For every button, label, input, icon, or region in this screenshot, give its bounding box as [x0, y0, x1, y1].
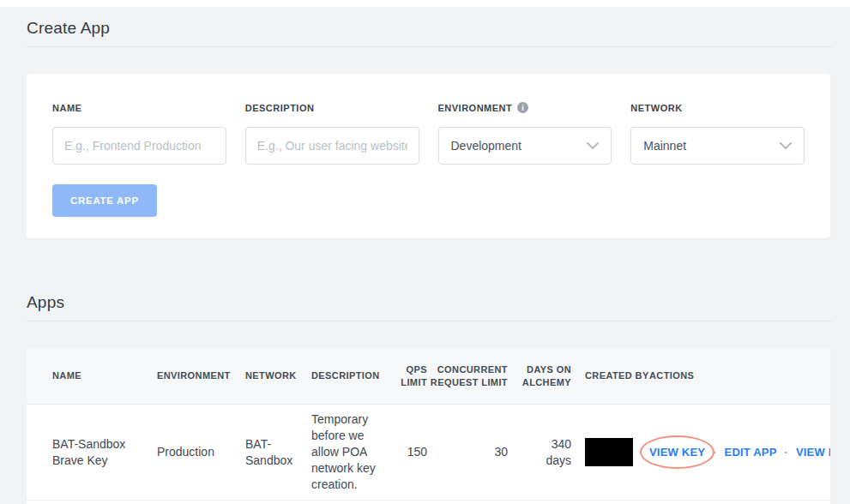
section-divider [27, 321, 832, 321]
view-details-link[interactable]: VIEW DETAILS [796, 446, 830, 459]
name-field-group: NAME [52, 102, 226, 165]
column-header-days-on-alchemy: DAYS ON ALCHEMY [508, 363, 571, 389]
environment-selected-value: Development [451, 139, 522, 153]
apps-table-header: NAME ENVIRONMENT NETWORK DESCRIPTION QPS… [27, 348, 830, 405]
app-name-cell: BAT-Sandbox Brave Key [52, 436, 157, 469]
column-header-network: NETWORK [245, 369, 311, 382]
environment-select[interactable]: Development [438, 127, 612, 165]
create-app-card: NAME DESCRIPTION ENVIRONMENT i Developme… [27, 74, 830, 238]
column-header-environment: ENVIRONMENT [157, 369, 245, 382]
created-by-redaction-box [585, 438, 633, 466]
name-input[interactable] [52, 127, 226, 165]
app-actions-cell: VIEW KEY · EDIT APP · VIEW DETAILS [649, 446, 830, 459]
app-environment-cell: Production [157, 444, 245, 460]
network-select[interactable]: Mainnet [630, 127, 805, 165]
create-app-button[interactable]: CREATE APP [52, 184, 157, 217]
app-created-by-cell [571, 438, 649, 466]
chevron-down-icon [780, 142, 792, 149]
create-app-form: NAME DESCRIPTION ENVIRONMENT i Developme… [52, 102, 805, 165]
app-days-on-alchemy-cell: 340 days [508, 436, 571, 469]
chevron-down-icon [587, 142, 599, 149]
section-divider [27, 46, 832, 47]
create-app-section-title: Create App [27, 19, 850, 38]
network-label: NETWORK [630, 102, 805, 113]
description-input[interactable] [245, 127, 419, 165]
name-label: NAME [52, 102, 226, 113]
column-header-created-by: CREATED BY [571, 369, 649, 382]
environment-label-row: ENVIRONMENT i [438, 102, 612, 113]
apps-section-title: Apps [27, 293, 850, 312]
app-description-cell: Temporary before we allow POA network ke… [311, 411, 393, 493]
column-header-actions: ACTIONS [649, 369, 830, 382]
app-concurrent-request-limit-cell: 30 [427, 444, 508, 460]
action-separator-dot: · [785, 446, 788, 459]
environment-field-group: ENVIRONMENT i Development [438, 102, 612, 165]
description-label: DESCRIPTION [245, 102, 419, 113]
view-key-link[interactable]: VIEW KEY [649, 446, 705, 459]
view-key-highlight-wrap: VIEW KEY [649, 446, 705, 459]
app-network-cell: BAT-Sandbox [245, 436, 311, 469]
column-header-name: NAME [52, 369, 157, 382]
environment-label: ENVIRONMENT [438, 103, 513, 113]
apps-table-card: NAME ENVIRONMENT NETWORK DESCRIPTION QPS… [27, 348, 830, 504]
network-selected-value: Mainnet [643, 139, 686, 153]
edit-app-link[interactable]: EDIT APP [725, 446, 777, 459]
column-header-qps-limit: QPS LIMIT [393, 363, 427, 389]
app-qps-limit-cell: 150 [393, 444, 427, 460]
action-separator-dot: · [713, 446, 716, 459]
column-header-description: DESCRIPTION [311, 369, 393, 382]
page-content: Create App NAME DESCRIPTION ENVIRONMENT … [0, 19, 850, 504]
info-icon[interactable]: i [517, 102, 528, 113]
top-strip [0, 0, 850, 7]
network-field-group: NETWORK Mainnet [630, 102, 805, 165]
column-header-concurrent-request-limit: CONCURRENT REQUEST LIMIT [427, 363, 508, 389]
description-field-group: DESCRIPTION [245, 102, 419, 165]
table-row: BAT-Sandbox Brave Key Production BAT-San… [27, 405, 830, 501]
